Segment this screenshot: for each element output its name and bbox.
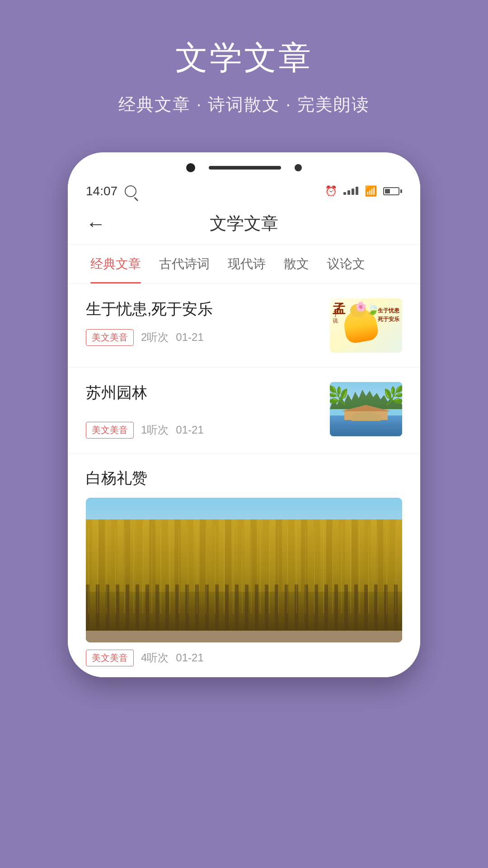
- back-button[interactable]: ←: [86, 212, 106, 235]
- app-header: 文学文章 经典文章 · 诗词散文 · 完美朗读: [0, 0, 488, 143]
- status-bar: 14:07 ⏰ 📶: [68, 177, 420, 203]
- app-subtitle: 经典文章 · 诗词散文 · 完美朗读: [118, 93, 369, 116]
- nav-bar: ← 文学文章: [68, 203, 420, 245]
- article-item-1[interactable]: 生于忧患,死于安乐 美文美音 2听次 01-21 生于忧患: [68, 284, 420, 368]
- phone-camera-dot: [186, 163, 195, 172]
- article-date-2: 01-21: [176, 424, 203, 436]
- article-thumb-1: 生于忧患 死于安乐 🌸 🍃 孟 子 说: [330, 298, 402, 353]
- status-right: ⏰ 📶: [325, 185, 402, 197]
- phone-notch: [186, 163, 302, 172]
- article-listens-1: 2听次: [141, 330, 169, 344]
- article-thumb-2: 🌿 🌿: [330, 382, 402, 436]
- article-item-2[interactable]: 苏州园林 美文美音 1听次 01-21: [68, 368, 420, 453]
- article-image-3: [86, 498, 402, 642]
- tab-ancient-poetry[interactable]: 古代诗词: [150, 245, 219, 283]
- tab-bar: 经典文章 古代诗词 现代诗 散文 议论文: [68, 245, 420, 284]
- status-time: 14:07: [86, 184, 117, 198]
- phone-frame: 14:07 ⏰ 📶: [68, 152, 420, 677]
- clock-icon: ⏰: [325, 185, 337, 197]
- content-area: 生于忧患,死于安乐 美文美音 2听次 01-21 生于忧患: [68, 284, 420, 677]
- article-info-1: 生于忧患,死于安乐 美文美音 2听次 01-21: [86, 298, 319, 346]
- article-title-1: 生于忧患,死于安乐: [86, 298, 319, 320]
- tab-prose[interactable]: 散文: [275, 245, 318, 283]
- phone-speaker: [209, 166, 281, 170]
- article-meta-1: 美文美音 2听次 01-21: [86, 329, 319, 346]
- article-meta-2: 美文美音 1听次 01-21: [86, 422, 319, 439]
- status-left: 14:07: [86, 184, 136, 198]
- article-tag-3: 美文美音: [86, 650, 134, 666]
- article-item-3[interactable]: 白杨礼赞 美文美音 4听次 01-21: [68, 453, 420, 677]
- signal-icon: [343, 186, 358, 197]
- article-info-2: 苏州园林 美文美音 1听次 01-21: [86, 382, 319, 439]
- article-meta-3: 美文美音 4听次 01-21: [86, 642, 402, 677]
- article-title-2: 苏州园林: [86, 382, 319, 404]
- article-title-3: 白杨礼赞: [86, 468, 402, 489]
- app-title: 文学文章: [175, 36, 313, 80]
- phone-sensor-dot: [295, 164, 302, 171]
- phone-top-bar: [68, 152, 420, 177]
- tab-essay[interactable]: 议论文: [318, 245, 374, 283]
- wifi-icon: 📶: [365, 185, 377, 197]
- tab-modern-poetry[interactable]: 现代诗: [219, 245, 275, 283]
- search-icon[interactable]: [125, 185, 136, 197]
- nav-title: 文学文章: [106, 212, 382, 235]
- article-date-1: 01-21: [176, 331, 203, 344]
- article-listens-3: 4听次: [141, 651, 169, 665]
- battery-icon: [383, 187, 402, 195]
- article-tag-1: 美文美音: [86, 329, 134, 346]
- tab-classic-articles[interactable]: 经典文章: [81, 245, 150, 283]
- article-date-3: 01-21: [176, 651, 203, 664]
- article-listens-2: 1听次: [141, 423, 169, 437]
- article-tag-2: 美文美音: [86, 422, 134, 439]
